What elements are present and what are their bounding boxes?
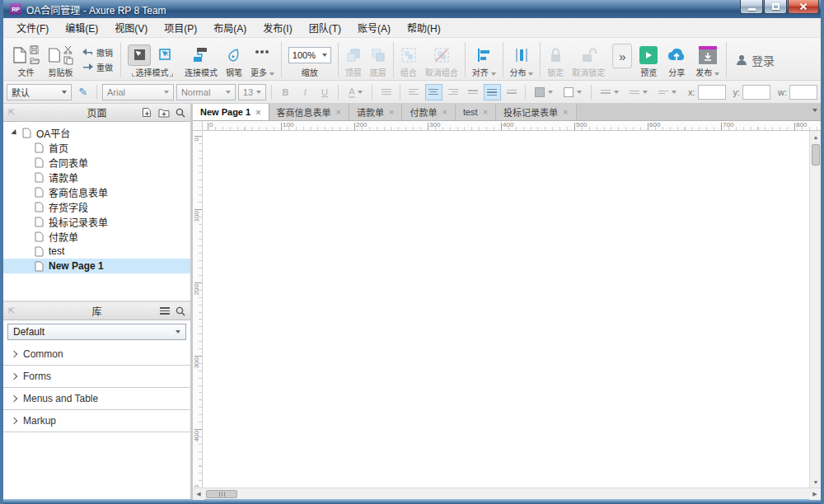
font-size-select[interactable]: 13 xyxy=(238,84,266,100)
arrow-style-select[interactable] xyxy=(654,84,681,100)
toolbar-expand-button[interactable]: » xyxy=(612,44,632,68)
bold-button[interactable]: B xyxy=(277,84,294,100)
scroll-down-icon[interactable]: ▼ xyxy=(810,476,822,488)
library-section-forms[interactable]: Forms xyxy=(3,366,190,388)
design-canvas[interactable] xyxy=(203,131,809,488)
lock-button[interactable]: 锁定 xyxy=(543,40,568,79)
font-color-button[interactable]: A xyxy=(344,84,367,100)
horizontal-scroll-thumb[interactable] xyxy=(206,490,237,498)
paste-icon[interactable] xyxy=(48,46,61,64)
tab-new-page-1[interactable]: New Page 1× xyxy=(193,104,269,120)
menu-project[interactable]: 项目(P) xyxy=(156,18,205,37)
scroll-right-icon[interactable]: ▶ xyxy=(809,488,821,500)
tab-payment-request[interactable]: 请款单× xyxy=(349,104,402,120)
file-group[interactable]: 文件 xyxy=(8,40,44,79)
close-button[interactable] xyxy=(788,0,819,14)
library-section-markup[interactable]: Markup xyxy=(3,410,190,432)
cut-icon[interactable] xyxy=(63,45,73,54)
line-width-select[interactable] xyxy=(597,84,623,100)
vertical-scrollbar[interactable]: ▲ ▼ xyxy=(809,131,821,488)
menu-publish[interactable]: 发布(I) xyxy=(255,18,300,37)
zoom-select[interactable]: 100% xyxy=(288,47,331,63)
close-tab-icon[interactable]: × xyxy=(563,108,568,117)
add-page-icon[interactable] xyxy=(142,107,152,118)
vertical-scroll-thumb[interactable] xyxy=(812,144,820,166)
tab-test[interactable]: test× xyxy=(456,104,496,120)
close-tab-icon[interactable]: × xyxy=(336,108,341,117)
library-section-common[interactable]: Common xyxy=(3,343,190,366)
bring-front-button[interactable]: 顶层 xyxy=(341,40,366,79)
font-family-select[interactable]: Arial xyxy=(102,84,174,100)
tab-vendor-form[interactable]: 客商信息表单× xyxy=(269,104,349,120)
collapse-panel-icon[interactable]: ⇱ xyxy=(8,306,15,315)
w-input[interactable] xyxy=(789,85,817,100)
new-file-icon[interactable] xyxy=(12,46,27,64)
minimize-button[interactable] xyxy=(740,0,763,14)
italic-button[interactable]: I xyxy=(297,84,314,100)
tree-item-selected[interactable]: New Page 1 xyxy=(3,259,190,273)
send-back-button[interactable]: 底层 xyxy=(366,40,391,79)
align-top-button[interactable] xyxy=(464,84,481,100)
group-button[interactable]: 组合 xyxy=(396,40,421,79)
redo-button[interactable]: 重做 xyxy=(82,61,113,73)
tree-item[interactable]: 合同表单 xyxy=(3,155,190,170)
x-input[interactable] xyxy=(698,85,726,100)
maximize-button[interactable] xyxy=(764,0,787,14)
close-tab-icon[interactable]: × xyxy=(483,108,488,117)
expand-triangle-icon[interactable] xyxy=(11,128,18,136)
library-menu-icon[interactable] xyxy=(160,307,170,315)
library-section-menus-table[interactable]: Menus and Table xyxy=(3,388,190,410)
menu-view[interactable]: 视图(V) xyxy=(106,18,156,37)
tab-bid-record-form[interactable]: 投标记录表单× xyxy=(496,104,576,120)
scroll-left-icon[interactable]: ◀ xyxy=(193,488,204,500)
save-icon[interactable] xyxy=(30,45,39,54)
border-color-button[interactable] xyxy=(559,84,586,100)
add-folder-icon[interactable] xyxy=(158,108,170,118)
copy-icon[interactable] xyxy=(63,56,73,65)
align-right-button[interactable] xyxy=(445,84,462,100)
align-button[interactable]: 对齐 xyxy=(468,40,500,79)
close-tab-icon[interactable]: × xyxy=(442,108,447,117)
underline-button[interactable]: U xyxy=(316,84,334,100)
tree-item[interactable]: 付款单 xyxy=(3,229,190,244)
close-tab-icon[interactable]: × xyxy=(389,108,394,117)
distribute-button[interactable]: 分布 xyxy=(506,40,538,79)
font-weight-select[interactable]: Normal xyxy=(176,84,236,100)
y-input[interactable] xyxy=(742,85,770,100)
close-tab-icon[interactable]: × xyxy=(255,108,260,117)
collapse-panel-icon[interactable]: ⇱ xyxy=(8,108,15,117)
line-style-select[interactable] xyxy=(625,84,652,100)
share-button[interactable]: 分享 xyxy=(662,40,691,79)
align-left-button[interactable] xyxy=(405,84,423,100)
open-folder-icon[interactable] xyxy=(30,56,40,64)
ungroup-button[interactable]: 取消组合 xyxy=(421,40,462,79)
tab-overflow-icon[interactable] xyxy=(812,109,817,112)
tree-item[interactable]: 客商信息表单 xyxy=(3,184,190,199)
style-preset-select[interactable]: 默认 xyxy=(7,84,72,100)
scroll-up-icon[interactable]: ▲ xyxy=(810,131,822,142)
tree-item[interactable]: 投标记录表单 xyxy=(3,214,190,229)
tree-item[interactable]: 首页 xyxy=(3,140,190,155)
align-bottom-button[interactable] xyxy=(503,84,521,100)
align-center-button[interactable] xyxy=(425,84,442,100)
preview-button[interactable]: 预览 xyxy=(635,40,662,79)
publish-button[interactable]: 发布 xyxy=(691,40,723,79)
menu-account[interactable]: 账号(A) xyxy=(349,18,399,37)
select-intersect-button[interactable] xyxy=(128,44,151,66)
menu-help[interactable]: 帮助(H) xyxy=(399,18,449,37)
login-button[interactable]: 登录 xyxy=(729,40,781,79)
search-icon[interactable] xyxy=(176,108,185,118)
unlock-button[interactable]: 取消锁定 xyxy=(568,40,609,79)
menu-edit[interactable]: 编辑(E) xyxy=(57,18,106,37)
horizontal-scrollbar[interactable]: ◀ ▶ xyxy=(193,488,821,499)
tree-item[interactable]: 存货字段 xyxy=(3,199,190,214)
connect-mode-button[interactable]: 连接模式 xyxy=(180,40,222,79)
edit-style-button[interactable]: ✎ xyxy=(74,84,91,100)
undo-button[interactable]: 撤销 xyxy=(82,46,113,58)
pen-button[interactable]: 钢笔 xyxy=(222,40,246,79)
clipboard-group[interactable]: 剪贴板 xyxy=(44,40,77,79)
search-icon[interactable] xyxy=(176,306,185,316)
library-select[interactable]: Default xyxy=(7,324,186,340)
fill-color-button[interactable] xyxy=(531,84,557,100)
select-contain-button[interactable] xyxy=(153,44,176,66)
